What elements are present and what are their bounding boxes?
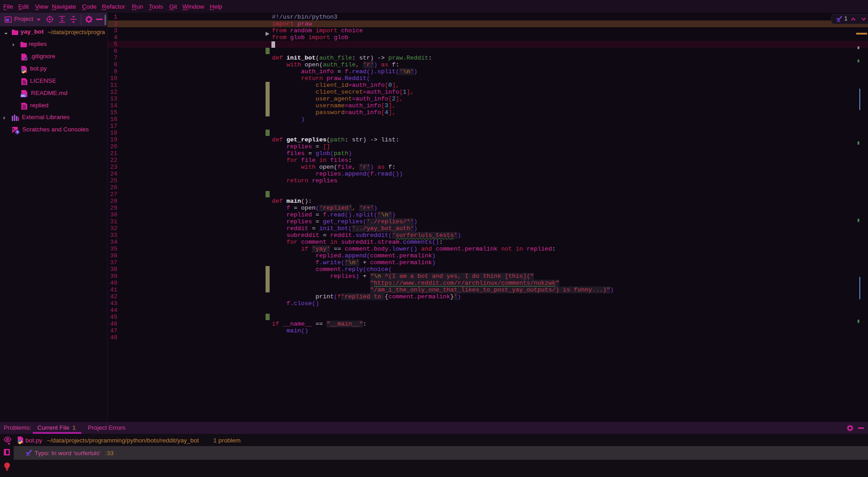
svg-text:MD: MD — [21, 94, 25, 97]
